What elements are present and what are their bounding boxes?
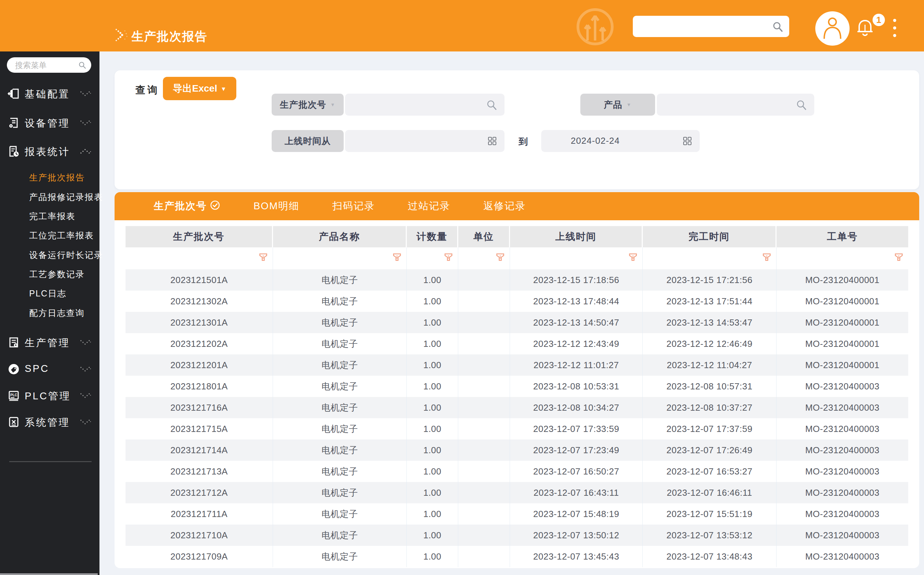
column-filter-icon[interactable] [762,253,771,264]
column-header[interactable]: 生产批次号 [125,226,273,247]
filter-cell [777,247,908,269]
table-cell: 1.00 [407,546,458,567]
plc-doc-icon: PLC [8,389,20,403]
table-row[interactable]: 2023121501A电机定子1.002023-12-15 17:18:5620… [125,269,908,291]
sidebar-item-completion-rate-report[interactable]: 完工率报表 [0,208,100,223]
search-icon[interactable] [486,99,498,112]
export-excel-button[interactable]: 导出Excel▼ [163,77,236,100]
batch-number-input[interactable] [345,94,504,116]
table-row[interactable]: 2023121709A电机定子1.002023-12-07 13:45:4320… [125,546,908,567]
table-row[interactable]: 2023121715A电机定子1.002023-12-07 17:33:5920… [125,418,908,440]
more-menu-icon[interactable] [893,19,897,40]
column-filter-icon[interactable] [444,253,453,264]
tab-station-pass-record[interactable]: 过站记录 [408,199,450,213]
sidebar-item-basic-config[interactable]: 基础配置 [0,83,100,103]
table-row[interactable]: 2023121301A电机定子1.002023-12-13 14:50:4720… [125,312,908,333]
column-header[interactable]: 产品名称 [273,226,407,247]
table-cell: 2023-12-07 13:53:12 [643,524,777,546]
header-search-input[interactable] [639,18,767,36]
table-cell: 1.00 [407,418,458,440]
table-cell: 2023121713A [125,461,273,482]
table-cell: 2023-12-12 12:43:49 [510,333,643,354]
column-filter-icon[interactable] [392,253,402,264]
search-icon[interactable] [796,99,807,112]
sidebar-item-recipe-log-query[interactable]: 配方日志查询 [0,305,100,320]
table-cell: 2023-12-12 11:04:27 [643,354,777,376]
sidebar-item-report-statistics[interactable]: 报表统计 [0,141,100,161]
table-row[interactable]: 2023121711A电机定子1.002023-12-07 15:48:1920… [125,503,908,524]
tag-icon [8,363,20,377]
column-filter-icon[interactable] [496,253,505,264]
column-filter-icon[interactable] [258,253,268,264]
sidebar-item-plc-log[interactable]: PLC日志 [0,285,100,300]
column-header[interactable]: 单位 [458,226,510,247]
table-row[interactable]: 2023121302A电机定子1.002023-12-13 17:48:4420… [125,291,908,312]
table-cell: MO-23120400003 [777,524,908,546]
sidebar-item-station-completion-rate-report[interactable]: 工位完工率报表 [0,227,100,242]
sidebar-item-device-runtime-record[interactable]: 设备运行时长记录 [0,247,100,262]
filter-panel: 查询 导出Excel▼ 生产批次号▼ 产品▼ 上线时间从 [114,70,919,189]
tab-bom-detail[interactable]: BOM明细 [254,199,300,213]
tab-production-batch-number[interactable]: 生产批次号 [154,199,220,213]
product-field-selector[interactable]: 产品▼ [580,94,655,116]
filter-cell [125,247,273,269]
online-time-from-label[interactable]: 上线时间从 [272,130,344,152]
column-filter-icon[interactable] [628,253,638,264]
table-row[interactable]: 2023121716A电机定子1.002023-12-08 10:34:2720… [125,397,908,418]
search-icon[interactable] [772,21,784,34]
batch-number-field-selector[interactable]: 生产批次号▼ [272,94,344,116]
to-label: 到 [518,135,528,148]
table-cell: 2023-12-08 10:34:27 [510,397,643,418]
table-cell: 2023-12-12 11:01:27 [510,354,643,376]
table-cell [458,461,510,482]
sidebar-item-production-management[interactable]: 生产管理 [0,332,100,353]
table-cell: 2023121714A [125,440,273,461]
date-picker-icon[interactable] [683,136,692,147]
column-header[interactable]: 工单号 [777,226,908,247]
table-cell: 电机定子 [273,269,407,291]
table-row[interactable]: 2023121201A电机定子1.002023-12-12 11:01:2720… [125,354,908,376]
sidebar-item-spc[interactable]: SPC [0,359,100,379]
notification-bell-icon[interactable] [855,18,875,40]
column-header[interactable]: 上线时间 [510,226,643,247]
production-list-icon [8,336,20,350]
table-row[interactable]: 2023121710A电机定子1.002023-12-07 13:50:1220… [125,524,908,546]
table-cell: MO-23120400001 [777,333,908,354]
table-cell [458,269,510,291]
sidebar-item-device-management[interactable]: 设备管理 [0,112,100,133]
batch-report-table: 生产批次号产品名称计数量单位上线时间完工时间工单号 2023121501A电机定… [125,226,908,567]
table-row[interactable]: 2023121202A电机定子1.002023-12-12 12:43:4920… [125,333,908,354]
table-row[interactable]: 2023121714A电机定子1.002023-12-07 17:23:4920… [125,440,908,461]
column-filter-icon[interactable] [894,253,903,264]
header-search-box [633,16,789,37]
table-cell: 电机定子 [273,333,407,354]
online-time-from-input[interactable] [345,130,504,152]
tab-rework-record[interactable]: 返修记录 [483,199,526,213]
date-picker-icon[interactable] [487,136,497,147]
table-cell: 2023121712A [125,482,273,503]
filter-cell [458,247,510,269]
online-time-to-input[interactable]: 2024-02-24 [541,130,700,152]
product-input[interactable] [657,94,814,116]
table-cell: 电机定子 [273,440,407,461]
sidebar-search-input[interactable] [14,59,74,71]
notification-badge[interactable]: 1 [873,14,885,26]
sidebar-item-plc-management[interactable]: PLC PLC管理 [0,385,100,405]
sidebar-item-system-management[interactable]: 系统管理 [0,411,100,432]
table-row[interactable]: 2023121801A电机定子1.002023-12-08 10:53:3120… [125,376,908,397]
table-row[interactable]: 2023121713A电机定子1.002023-12-07 16:50:2720… [125,461,908,482]
table-cell: 2023-12-07 13:50:12 [510,524,643,546]
chevron-down-icon: ▼ [330,102,336,107]
column-header[interactable]: 计数量 [407,226,458,247]
sidebar-item-process-parameter-record[interactable]: 工艺参数记录 [0,266,100,281]
sidebar-scrollbar[interactable] [0,573,98,575]
app-window: 生产批次报告 [0,0,924,575]
table-cell: MO-23120400001 [777,312,908,333]
sidebar-item-production-batch-report[interactable]: 生产批次报告 [0,169,100,184]
column-header[interactable]: 完工时间 [643,226,777,247]
user-avatar[interactable] [815,11,850,46]
table-row[interactable]: 2023121712A电机定子1.002023-12-07 16:43:1120… [125,482,908,503]
tab-scan-record[interactable]: 扫码记录 [332,199,375,213]
table-cell: 2023-12-13 17:51:44 [643,291,777,312]
sidebar-item-product-repair-record-report[interactable]: 产品报修记录报表 [0,189,100,204]
